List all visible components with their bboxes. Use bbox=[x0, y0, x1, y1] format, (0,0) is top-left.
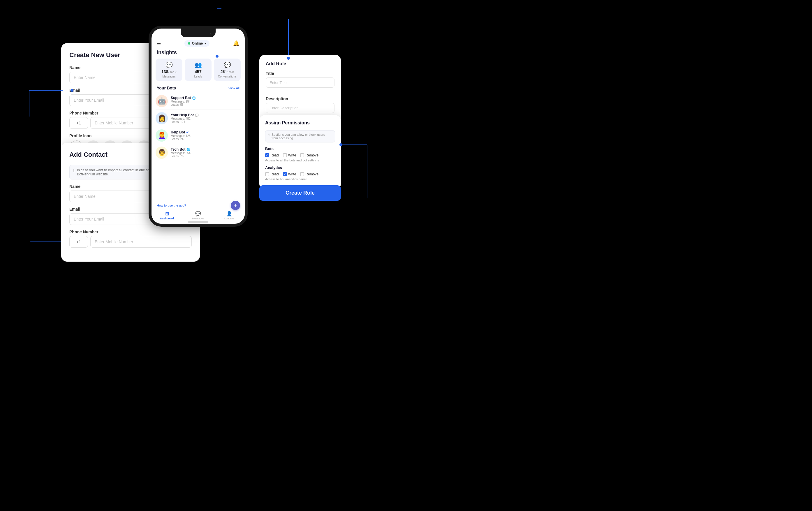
title-label: Title bbox=[266, 71, 335, 76]
bots-read-label: Read bbox=[270, 153, 279, 157]
phone-code[interactable]: +1 bbox=[69, 117, 88, 129]
create-user-title: Create New User bbox=[69, 51, 120, 59]
leads-label: Leads bbox=[194, 75, 202, 78]
contacts-icon: 👤 bbox=[226, 211, 232, 217]
bot-item-help[interactable]: 👩‍🦰 Help Bot ✔ Messages: 128 Leads: 24 bbox=[155, 127, 241, 144]
bots-section-title: Bots bbox=[265, 146, 335, 151]
hint-text: Sections you can allow or block users fr… bbox=[271, 133, 332, 140]
insights-title: Insights bbox=[151, 48, 245, 59]
online-label: Online bbox=[192, 41, 203, 46]
dashboard-label: Dashboard bbox=[160, 217, 174, 220]
analytics-read-label: Read bbox=[270, 172, 279, 176]
bots-section-header: Your Bots View All bbox=[151, 84, 245, 93]
analytics-section-title: Analytics bbox=[265, 166, 335, 170]
view-all-link[interactable]: View All bbox=[228, 86, 239, 90]
bot-avatar-support: 🤖 bbox=[155, 95, 168, 107]
bot-list: 🤖 Support Bot 🌐 Messages: 254 Leads: 56 … bbox=[151, 93, 245, 201]
description-label: Description bbox=[266, 96, 335, 101]
conversations-icon: 💬 bbox=[224, 61, 231, 68]
assign-perms-title: Assign Permissions bbox=[265, 120, 335, 125]
analytics-write-item[interactable]: ✓ Write bbox=[283, 172, 296, 176]
description-field-group: Description bbox=[266, 96, 335, 117]
bot-avatar-helpbot: 👩 bbox=[155, 112, 168, 124]
bot-messages-support: Messages: 254 bbox=[171, 100, 196, 103]
analytics-remove-label: Remove bbox=[305, 172, 318, 176]
phone-topbar: ☰ Online ▾ 🔔 bbox=[151, 37, 245, 48]
bot-messages-help: Messages: 128 bbox=[171, 134, 191, 138]
online-dot bbox=[188, 42, 190, 45]
contacts-label: Contacts bbox=[224, 217, 235, 220]
phone-code[interactable]: +1 bbox=[69, 236, 88, 248]
add-contact-title: Add Contact bbox=[69, 151, 108, 159]
bot-check-icon: ✔ bbox=[186, 131, 188, 134]
nav-contacts[interactable]: 👤 Contacts bbox=[213, 211, 245, 220]
bots-checkboxes: ✓ Read Write Remove bbox=[265, 153, 335, 157]
fab-button[interactable]: + bbox=[231, 201, 240, 210]
bot-info-helpbot: Your Help Bot 💬 Messages: 452 Leads: 124 bbox=[171, 113, 198, 123]
phone-field-group: Phone Number +1 bbox=[69, 230, 192, 248]
bot-item-helpbot[interactable]: 👩 Your Help Bot 💬 Messages: 452 Leads: 1… bbox=[155, 110, 241, 127]
create-role-button[interactable]: Create Role bbox=[259, 185, 341, 201]
bot-chat-icon: 💬 bbox=[195, 114, 198, 117]
bot-leads-helpbot: Leads: 124 bbox=[171, 120, 198, 123]
analytics-read-item[interactable]: Read bbox=[265, 172, 279, 176]
bots-remove-item[interactable]: Remove bbox=[300, 153, 318, 157]
bot-messages-helpbot: Messages: 452 bbox=[171, 117, 198, 120]
analytics-perms-note: Access to bot analytics panel bbox=[265, 177, 335, 181]
bot-globe-icon-tech: 🌐 bbox=[186, 148, 190, 151]
bots-write-item[interactable]: Write bbox=[283, 153, 296, 157]
online-status[interactable]: Online ▾ bbox=[184, 40, 209, 47]
bot-name-help: Help Bot ✔ bbox=[171, 130, 191, 134]
phone-mockup: ● ☰ Online ▾ 🔔 Insights 💬 138/ 100 K Mes… bbox=[149, 26, 248, 227]
bot-item-tech[interactable]: 👨 Tech Bot 🌐 Messages: 354 Leads: 76 bbox=[155, 144, 241, 161]
bots-write-checkbox[interactable] bbox=[283, 153, 287, 157]
bot-name-tech: Tech Bot 🌐 bbox=[171, 147, 191, 151]
insight-messages: 💬 138/ 100 K Messages bbox=[155, 59, 182, 81]
bot-item-support[interactable]: 🤖 Support Bot 🌐 Messages: 254 Leads: 56 bbox=[155, 93, 241, 110]
home-bar bbox=[188, 221, 208, 223]
insight-conversations: 💬 2K/ 100 K Conversations bbox=[214, 59, 241, 81]
conversations-count: 2K/ 100 K bbox=[221, 69, 234, 74]
bots-read-item[interactable]: ✓ Read bbox=[265, 153, 279, 157]
phone-input[interactable] bbox=[90, 236, 192, 248]
bot-globe-icon: 🌐 bbox=[192, 96, 196, 100]
bots-write-label: Write bbox=[288, 153, 296, 157]
bot-messages-tech: Messages: 354 bbox=[171, 151, 191, 155]
hint-icon: ℹ bbox=[268, 133, 270, 137]
analytics-read-checkbox[interactable] bbox=[265, 172, 269, 176]
dashboard-icon: ⊞ bbox=[165, 211, 169, 217]
how-to-link[interactable]: How to use the app? bbox=[157, 204, 186, 207]
analytics-checkboxes: Read ✓ Write Remove bbox=[265, 172, 335, 176]
messages-label: Messages bbox=[162, 75, 176, 78]
conversations-label: Conversations bbox=[218, 75, 237, 78]
nav-messages[interactable]: 💬 Messages bbox=[183, 211, 214, 220]
analytics-remove-item[interactable]: Remove bbox=[300, 172, 318, 176]
how-to-area: How to use the app? + bbox=[151, 201, 245, 209]
bots-remove-checkbox[interactable] bbox=[300, 153, 304, 157]
analytics-permissions-section: Analytics Read ✓ Write Remove Access to … bbox=[265, 166, 335, 181]
analytics-remove-checkbox[interactable] bbox=[300, 172, 304, 176]
phone-notch: ● bbox=[181, 29, 215, 37]
title-field-group: Title bbox=[266, 71, 335, 92]
bots-read-checkbox[interactable]: ✓ bbox=[265, 153, 269, 157]
insight-leads: 👥 457 Leads bbox=[185, 59, 211, 81]
phone-navbar: ⊞ Dashboard 💬 Messages 👤 Contacts bbox=[151, 209, 245, 221]
bell-icon[interactable]: 🔔 bbox=[233, 40, 239, 47]
nav-dashboard[interactable]: ⊞ Dashboard bbox=[151, 211, 183, 220]
add-role-title: Add Role bbox=[266, 61, 335, 66]
title-input[interactable] bbox=[266, 78, 335, 88]
bot-leads-help: Leads: 24 bbox=[171, 138, 191, 141]
messages-count: 138/ 100 K bbox=[162, 69, 177, 74]
chevron-down-icon: ▾ bbox=[205, 42, 206, 45]
bot-info-help: Help Bot ✔ Messages: 128 Leads: 24 bbox=[171, 130, 191, 141]
bots-perms-note: Access to all the bots and bot settings bbox=[265, 159, 335, 162]
analytics-write-checkbox[interactable]: ✓ bbox=[283, 172, 287, 176]
messages-nav-label: Messages bbox=[192, 217, 204, 220]
leads-icon: 👥 bbox=[195, 61, 202, 68]
description-input[interactable] bbox=[266, 103, 335, 113]
your-bots-title: Your Bots bbox=[157, 86, 176, 90]
bot-name-helpbot: Your Help Bot 💬 bbox=[171, 113, 198, 117]
phone-row: +1 bbox=[69, 236, 192, 248]
hamburger-icon[interactable]: ☰ bbox=[157, 41, 161, 46]
messages-icon: 💬 bbox=[166, 61, 173, 68]
